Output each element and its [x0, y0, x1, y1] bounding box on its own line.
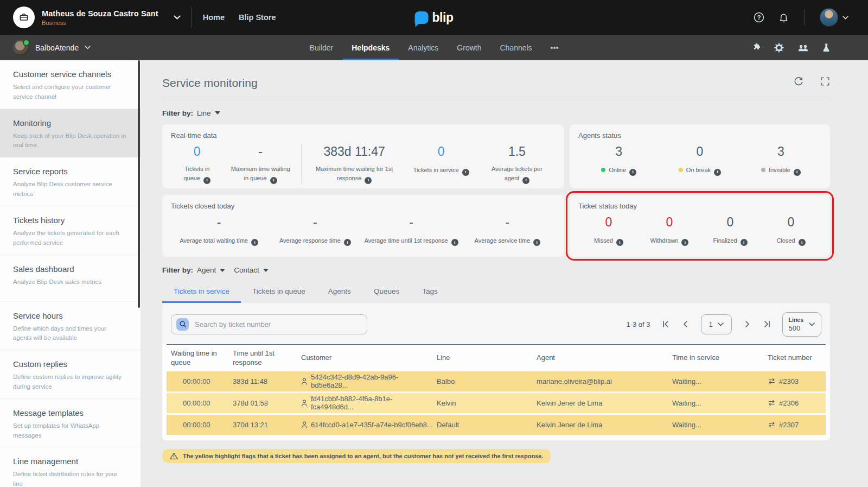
sidebar-item-title: Message templates: [13, 408, 126, 418]
info-icon[interactable]: i: [799, 239, 806, 246]
metric-finalized: 0Finalizedi: [700, 214, 761, 246]
info-icon[interactable]: i: [462, 169, 469, 176]
info-icon[interactable]: i: [251, 239, 258, 246]
module-tab-builder[interactable]: Builder: [301, 35, 343, 60]
lines-value: 500: [789, 324, 803, 332]
cell-customer: fd41cbbf-b882-4f6a-8b1e-fca4948d6d...: [299, 395, 435, 411]
info-icon[interactable]: i: [741, 239, 748, 246]
info-icon[interactable]: i: [714, 169, 721, 176]
filter-by-line: Filter by:Line: [162, 109, 830, 117]
module-tab-analytics[interactable]: Analytics: [399, 35, 448, 60]
bot-switcher[interactable]: BalboAtende: [13, 35, 91, 60]
metric-tickets-in-service: 0Tickets in servicei: [404, 143, 478, 176]
column-header-customer: Customer: [299, 350, 435, 366]
module-tab-growth[interactable]: Growth: [448, 35, 490, 60]
pagination-first-button[interactable]: [661, 319, 671, 329]
tab-tickets-in-queue[interactable]: Tickets in queue: [241, 282, 317, 303]
search-input[interactable]: [194, 320, 362, 329]
pagination-prev-button[interactable]: [681, 319, 691, 329]
pagination: 1-3 of 3 1 Lines 500: [626, 312, 821, 337]
topnav-blip-store[interactable]: Blip Store: [239, 13, 276, 22]
user-avatar: [820, 8, 838, 27]
sidebar-item-custom-replies[interactable]: Custom repliesDefine custom replies to i…: [0, 350, 141, 399]
account-switcher[interactable]: Matheus de Souza Castro Sant Business: [13, 7, 181, 28]
metric-value: 1.5: [478, 144, 556, 160]
status-dot: [679, 168, 683, 172]
page-number: 1: [709, 320, 712, 328]
info-icon[interactable]: i: [794, 169, 801, 176]
lab-flask-icon[interactable]: [822, 43, 830, 53]
metric-label: On breaki: [679, 166, 721, 176]
plugins-puzzle-icon[interactable]: [751, 43, 761, 53]
metric-maximum-time-waiting-in-queue: -Maximum time waiting in queuei: [224, 143, 298, 184]
info-icon[interactable]: i: [451, 239, 458, 246]
table-row[interactable]: 00:00:00378d 01:58fd41cbbf-b882-4f6a-8b1…: [167, 393, 826, 413]
page-select[interactable]: 1: [701, 314, 732, 334]
metric-maximum-time-waiting-for-1st-response: 383d 11:47Maximum time waiting for 1st r…: [305, 143, 404, 184]
sidebar-item-tickets-history[interactable]: Tickets historyAnalyze the tickets gener…: [0, 206, 141, 255]
sidebar-item-customer-service-channels[interactable]: Customer service channelsSelect and conf…: [0, 60, 141, 109]
tab-tags[interactable]: Tags: [411, 282, 449, 303]
info-icon[interactable]: i: [533, 239, 540, 246]
page-title: Service monitoring: [162, 77, 258, 90]
table-row[interactable]: 00:00:00383d 11:485424c342-d8d9-42ab-9a9…: [167, 371, 826, 391]
cell-agent: mariane.oliveira@blip.ai: [534, 377, 670, 385]
pagination-last-button[interactable]: [762, 319, 772, 329]
cell-first-response: 378d 01:58: [231, 399, 299, 407]
help-icon[interactable]: ?: [754, 12, 764, 23]
divider: [192, 7, 192, 28]
sidebar-item-sales-dashboard[interactable]: Sales dashboardAnalyze Blip Desk sales m…: [0, 255, 141, 302]
info-icon[interactable]: i: [616, 239, 623, 246]
metric-invisible: 3Invisiblei: [741, 143, 821, 176]
cell-waiting-time: 00:00:00: [167, 399, 231, 407]
column-header-line: Line: [435, 350, 534, 366]
info-icon[interactable]: i: [203, 177, 210, 184]
lines-per-page-select[interactable]: Lines 500: [782, 312, 821, 337]
info-icon[interactable]: i: [365, 177, 372, 184]
cell-time-in-service: Waiting...: [670, 421, 765, 429]
filter-option-agent[interactable]: Agent: [197, 266, 225, 275]
cell-customer: 614fccd0-a1e7-435f-a74e-b9cf06eb8...: [299, 421, 435, 429]
metric-label: Average time until 1st responsei: [365, 236, 458, 246]
caret-down-icon: [215, 111, 220, 117]
info-icon[interactable]: i: [681, 239, 688, 246]
warning-icon: [170, 452, 178, 460]
sidebar-item-monitoring[interactable]: MonitoringKeep track of your Blip Desk o…: [0, 109, 141, 158]
sidebar-item-title: Sales dashboard: [13, 264, 126, 274]
sidebar-item-service-hours[interactable]: Service hoursDefine which days and times…: [0, 302, 141, 351]
cell-first-response: 370d 13:21: [231, 421, 299, 429]
sidebar-item-message-templates[interactable]: Message templatesSet up templates for Wh…: [0, 399, 141, 448]
bell-icon[interactable]: [778, 12, 789, 23]
agents-status-card: Agents status 3Onlinei0On breaki3Invisib…: [570, 124, 830, 188]
metric-value: -: [171, 215, 267, 230]
tab-tickets-in-service[interactable]: Tickets in service: [162, 282, 241, 303]
team-people-icon[interactable]: [797, 43, 809, 52]
filter-option-line[interactable]: Line: [197, 109, 220, 117]
caret-down-icon: [220, 269, 225, 275]
filter-option-contact[interactable]: Contact: [234, 266, 269, 275]
module-tab-helpdesks[interactable]: Helpdesks: [342, 35, 399, 60]
pagination-next-button[interactable]: [742, 319, 752, 329]
sidebar-item-title: Line management: [13, 457, 126, 466]
module-tab-[interactable]: •••: [541, 35, 568, 60]
tab-agents[interactable]: Agents: [317, 282, 362, 303]
tab-queues[interactable]: Queues: [362, 282, 411, 303]
info-icon[interactable]: i: [270, 177, 277, 184]
fullscreen-icon[interactable]: [820, 76, 830, 87]
info-icon[interactable]: i: [522, 177, 529, 184]
sidebar-item-service-reports[interactable]: Service reportsAnalyze Blip Desk custome…: [0, 157, 141, 206]
table-row[interactable]: 00:00:00370d 13:21614fccd0-a1e7-435f-a74…: [167, 415, 826, 435]
sidebar-item-line-management[interactable]: Line managementDefine ticket distributio…: [0, 447, 141, 487]
user-menu[interactable]: [820, 8, 848, 27]
ticket-search[interactable]: [171, 314, 367, 334]
chevron-down-icon: [174, 15, 181, 20]
metric-average-response-time: -Average response timei: [267, 214, 363, 246]
info-icon[interactable]: i: [344, 239, 351, 246]
metric-value: -: [459, 215, 556, 230]
metric-label: Average total waiting timei: [180, 236, 258, 246]
info-icon[interactable]: i: [629, 169, 636, 176]
refresh-icon[interactable]: [793, 76, 804, 87]
topnav-home[interactable]: Home: [203, 13, 225, 22]
module-tab-channels[interactable]: Channels: [490, 35, 541, 60]
settings-gear-icon[interactable]: [774, 43, 784, 53]
